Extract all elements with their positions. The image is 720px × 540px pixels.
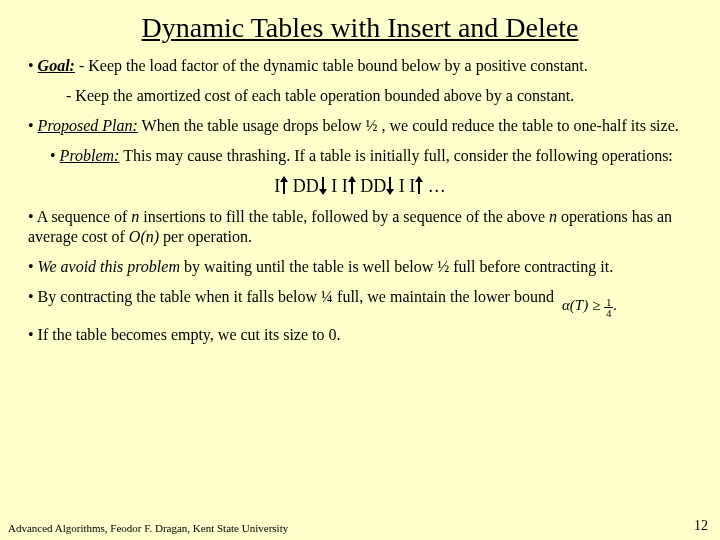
seq-note-b: insertions to fill the table, followed b… (139, 208, 549, 225)
up-arrow-icon (418, 177, 420, 194)
avoid-text: by waiting until the table is well below… (180, 258, 613, 275)
seq-note-a: • A sequence of (28, 208, 131, 225)
seq-p5: I I (399, 176, 416, 196)
avoid-line: • We avoid this problem by waiting until… (28, 257, 692, 277)
seq-p4: DD (360, 176, 386, 196)
down-arrow-icon (322, 177, 324, 194)
down-arrow-icon (389, 177, 391, 194)
seq-note-n2: n (549, 208, 557, 225)
sequence-note: • A sequence of n insertions to fill the… (28, 207, 692, 247)
goal-dash-1: - (75, 57, 88, 74)
avoid-label: We avoid this problem (38, 258, 180, 275)
goal-line-1: • Goal: - Keep the load factor of the dy… (28, 56, 692, 76)
goal-text-2: Keep the amortized cost of each table op… (75, 87, 574, 104)
goal-line-2: - Keep the amortized cost of each table … (66, 86, 692, 106)
formula: α(T) ≥ 14. (562, 296, 617, 317)
goal-label: Goal: (38, 57, 75, 74)
problem-line: • Problem: This may cause thrashing. If … (50, 146, 692, 166)
seq-note-On: O(n) (129, 228, 159, 245)
up-arrow-icon (283, 177, 285, 194)
goal-text-1: Keep the load factor of the dynamic tabl… (88, 57, 587, 74)
proposed-label: Proposed Plan: (38, 117, 138, 134)
slide: Dynamic Tables with Insert and Delete • … (0, 0, 720, 540)
empty-line: • If the table becomes empty, we cut its… (28, 325, 692, 345)
problem-label: Problem: (60, 147, 120, 164)
goal-dash-2: - (66, 87, 75, 104)
formula-lhs: α(T) ≥ (562, 297, 604, 313)
proposed-text: When the table usage drops below ½ , we … (138, 117, 679, 134)
problem-text: This may cause thrashing. If a table is … (119, 147, 672, 164)
frac-den: 4 (604, 308, 614, 318)
contract-line: • By contracting the table when it falls… (28, 287, 692, 315)
contract-text: • By contracting the table when it falls… (28, 288, 554, 305)
seq-p3: I I (331, 176, 348, 196)
formula-period: . (613, 297, 617, 313)
footer-text: Advanced Algorithms, Feodor F. Dragan, K… (8, 522, 288, 534)
footer: Advanced Algorithms, Feodor F. Dragan, K… (8, 522, 708, 534)
proposed-plan: • Proposed Plan: When the table usage dr… (28, 116, 692, 136)
fraction: 14 (604, 297, 614, 318)
seq-p6: … (428, 176, 446, 196)
slide-title: Dynamic Tables with Insert and Delete (28, 12, 692, 44)
operation-sequence: I DD I I DD I I … (28, 176, 692, 197)
seq-note-d: per operation. (159, 228, 252, 245)
page-number: 12 (694, 518, 708, 534)
seq-p2: DD (293, 176, 319, 196)
up-arrow-icon (351, 177, 353, 194)
